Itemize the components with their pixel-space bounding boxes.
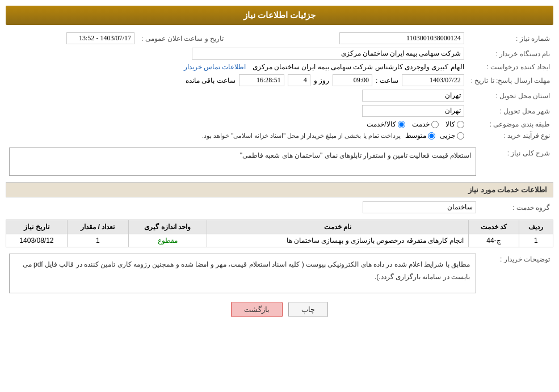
sharh-label: شرح کلی نیاز : bbox=[480, 146, 553, 178]
shahr-label: شهر محل تحویل : bbox=[468, 103, 553, 119]
ejad-konande-label: ایجاد کننده درخواست : bbox=[468, 61, 553, 73]
farayand-radio-motevaset[interactable] bbox=[428, 132, 435, 140]
tabaqe-radio-kala-khedmat-label: کالا/خدمت bbox=[367, 120, 396, 128]
goroh-value: ساختمان bbox=[363, 201, 476, 213]
row-tedad: 1 bbox=[67, 234, 128, 247]
mohlat-label: مهلت ارسال پاسخ: تا تاریخ : bbox=[468, 73, 553, 88]
tabaqe-radio-kala-label: کالا bbox=[445, 120, 455, 128]
row-tarikh: 1403/08/12 bbox=[6, 234, 68, 247]
farayand-radio-jozi-label: جزیی bbox=[440, 132, 455, 140]
row-name: انجام کارهای متفرقه درخصوص بازسازی و بهس… bbox=[207, 234, 468, 247]
goroh-label: گروه خدمت : bbox=[480, 200, 553, 215]
service-header: اطلاعات خدمات مورد نیاز bbox=[6, 182, 553, 197]
tarikh-label: تاریخ و ساعت اعلان عمومی : bbox=[138, 31, 235, 46]
mohlat-roz-label: روز و bbox=[314, 77, 329, 85]
table-row: 1 ج-44 انجام کارهای متفرقه درخصوص بازساز… bbox=[6, 234, 553, 247]
mohlat-saat2: 16:28:51 bbox=[239, 74, 284, 86]
service-table: ردیف کد خدمت نام خدمت واحد اندازه گیری ت… bbox=[6, 220, 553, 247]
sharh-value: استعلام قیمت فعالیت تامین و استقرار تابل… bbox=[9, 147, 476, 176]
col-vahed: واحد اندازه گیری bbox=[128, 220, 207, 234]
shomare-niaz-label: شماره نیاز : bbox=[468, 31, 553, 46]
ostan-value: تهران bbox=[362, 90, 464, 102]
tabaqe-label: طبقه بندی موضوعی : bbox=[468, 119, 553, 130]
col-name: نام خدمت bbox=[207, 220, 468, 234]
mohlat-saat-label: ساعت : bbox=[376, 77, 398, 85]
farayand-note: پرداخت تمام یا بخشی از مبلغ خریدار از مح… bbox=[202, 132, 401, 140]
contact-info-link[interactable]: اطلاعات تماس خریدار bbox=[184, 63, 246, 71]
farayand-radio-jozi[interactable] bbox=[457, 132, 464, 140]
mohlat-mande-label: ساعت باقی مانده bbox=[186, 77, 236, 85]
shahr-value: تهران bbox=[362, 105, 464, 117]
mohlat-date: 1403/07/22 bbox=[402, 74, 464, 86]
print-button[interactable]: چاپ bbox=[288, 302, 328, 317]
page-title: جزئیات اطلاعات نیاز bbox=[6, 6, 553, 25]
mohlat-saat: 09:00 bbox=[333, 74, 372, 86]
tabaqe-radio-kala[interactable] bbox=[457, 121, 464, 128]
shomare-niaz-value: 1103001038000124 bbox=[339, 32, 464, 44]
col-kod: کد خدمت bbox=[469, 220, 519, 234]
col-radif: ردیف bbox=[519, 220, 553, 234]
tabaqe-radio-khedmat[interactable] bbox=[431, 121, 439, 128]
ostan-label: استان محل تحویل : bbox=[468, 88, 553, 103]
nam-dastgah-value: شرکت سهامی بیمه ایران ساختمان مرکزی bbox=[192, 48, 464, 60]
col-tarikh: تاریخ نیاز bbox=[6, 220, 68, 234]
back-button[interactable]: بازگشت bbox=[231, 302, 283, 317]
col-tedad: تعداد / مقدار bbox=[67, 220, 128, 234]
row-vahed: مقطوع bbox=[128, 234, 207, 247]
tabaqe-radio-kala-khedmat[interactable] bbox=[398, 121, 405, 128]
ejad-konande-value: الهام کبیری ولوجردی کارشناس شرکت سهامی ب… bbox=[253, 63, 464, 71]
noe-farayand-label: نوع فرآیند خرید : bbox=[468, 130, 553, 141]
row-kod: ج-44 bbox=[469, 234, 519, 247]
toseeh-value: مطابق با شرایط اعلام شده در داده های الک… bbox=[9, 254, 476, 293]
tarikh-value: 1403/07/17 - 13:52 bbox=[66, 32, 135, 44]
tabaqe-radio-khedmat-label: خدمت bbox=[412, 120, 430, 128]
toseeh-label: توضیحات خریدار : bbox=[480, 252, 553, 295]
row-radif: 1 bbox=[519, 234, 553, 247]
farayand-radio-motevaset-label: متوسط bbox=[405, 132, 426, 140]
nam-dastgah-label: نام دستگاه خریدار : bbox=[468, 46, 553, 61]
mohlat-roz: 4 bbox=[288, 74, 310, 86]
